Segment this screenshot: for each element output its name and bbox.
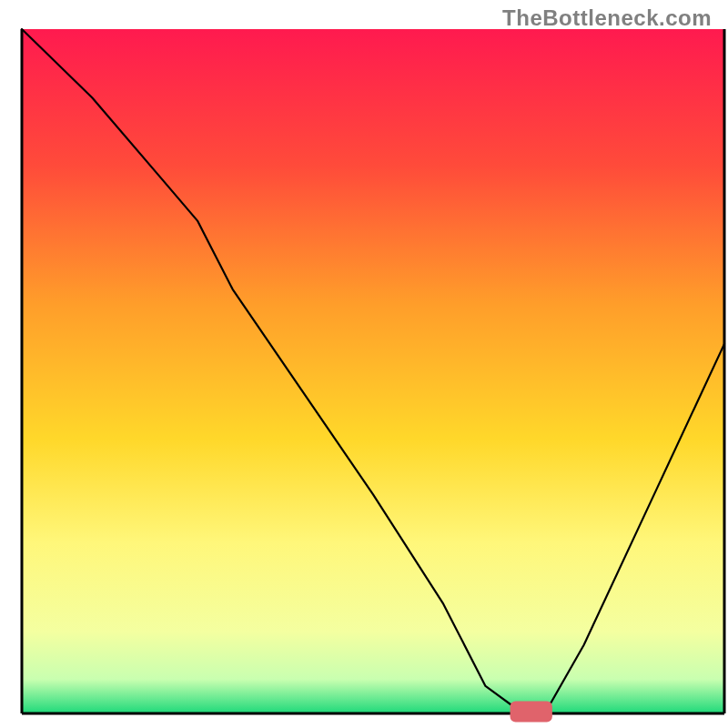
chart-container: TheBottleneck.com (0, 0, 728, 728)
plot-background (22, 29, 724, 713)
watermark-label: TheBottleneck.com (502, 5, 712, 31)
optimal-marker (511, 701, 552, 722)
bottleneck-chart (0, 0, 728, 728)
